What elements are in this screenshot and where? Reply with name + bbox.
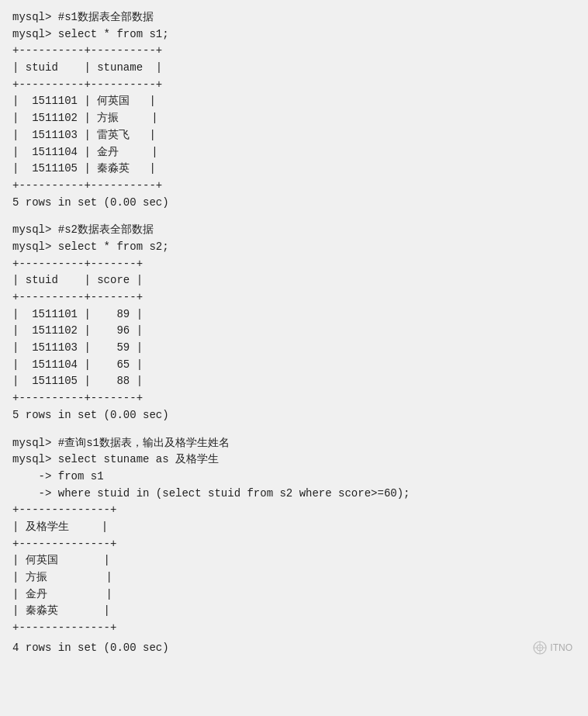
- s2-comment-line1: mysql> #s2数据表全部数据: [12, 222, 576, 239]
- result-header: | 及格学生 |: [12, 519, 576, 536]
- s1-border-bot: +----------+----------+: [12, 178, 576, 195]
- s1-query-line: mysql> select * from s1;: [12, 26, 576, 43]
- itno-logo: ITNO: [533, 641, 576, 656]
- s1-border-top: +----------+----------+: [12, 43, 576, 60]
- s2-row-5: | 1511105 | 88 |: [12, 373, 576, 390]
- s2-row-3: | 1511103 | 59 |: [12, 340, 576, 357]
- query-line2: -> from s1: [12, 469, 576, 486]
- query-comment-line1: mysql> #查询s1数据表，输出及格学生姓名: [12, 435, 576, 452]
- s1-header: | stuid | stuname |: [12, 60, 576, 77]
- result-row-3: | 金丹 |: [12, 586, 576, 604]
- s2-row-4: | 1511104 | 65 |: [12, 357, 576, 374]
- terminal: mysql> #s1数据表全部数据 mysql> select * from s…: [12, 9, 576, 656]
- s1-result: 5 rows in set (0.00 sec): [12, 195, 576, 212]
- s2-result: 5 rows in set (0.00 sec): [12, 407, 576, 424]
- s1-border-mid: +----------+----------+: [12, 77, 576, 94]
- footer-row: 4 rows in set (0.00 sec) ITNO: [12, 640, 576, 657]
- result-border-top: +--------------+: [12, 502, 576, 519]
- itno-icon: [533, 641, 547, 655]
- s2-row-2: | 1511102 | 96 |: [12, 323, 576, 340]
- s1-row-1: | 1511101 | 何英国 |: [12, 93, 576, 110]
- result-row-1: | 何英国 |: [12, 552, 576, 569]
- result-row-2: | 方振 |: [12, 569, 576, 586]
- s1-section: mysql> #s1数据表全部数据 mysql> select * from s…: [12, 9, 576, 211]
- subquery-section: mysql> #查询s1数据表，输出及格学生姓名 mysql> select s…: [12, 435, 576, 637]
- s1-row-2: | 1511102 | 方振 |: [12, 110, 576, 127]
- query-line3: -> where stuid in (select stuid from s2 …: [12, 486, 576, 503]
- result-row-4: | 秦淼英 |: [12, 603, 576, 620]
- result-border-mid: +--------------+: [12, 536, 576, 553]
- s2-query-line: mysql> select * from s2;: [12, 239, 576, 256]
- s1-row-4: | 1511104 | 金丹 |: [12, 144, 576, 161]
- s2-border-mid: +----------+-------+: [12, 289, 576, 306]
- s2-border-top: +----------+-------+: [12, 256, 576, 273]
- final-result-line: 4 rows in set (0.00 sec): [12, 640, 169, 657]
- s1-comment-line1: mysql> #s1数据表全部数据: [12, 9, 576, 26]
- s2-row-1: | 1511101 | 89 |: [12, 306, 576, 323]
- s2-border-bot: +----------+-------+: [12, 390, 576, 407]
- itno-label: ITNO: [550, 642, 572, 653]
- result-border-bot: +--------------+: [12, 620, 576, 637]
- s1-row-5: | 1511105 | 秦淼英 |: [12, 161, 576, 178]
- query-line1: mysql> select stuname as 及格学生: [12, 451, 576, 469]
- s1-row-3: | 1511103 | 雷英飞 |: [12, 127, 576, 144]
- s2-section: mysql> #s2数据表全部数据 mysql> select * from s…: [12, 222, 576, 424]
- s2-header: | stuid | score |: [12, 272, 576, 289]
